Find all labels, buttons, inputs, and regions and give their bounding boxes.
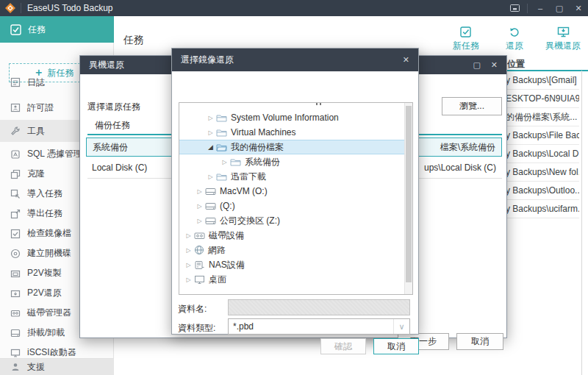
sidebar-item-label: 支援 [27, 361, 45, 374]
chevron-expanded-icon[interactable]: ◢ [206, 143, 215, 151]
content-scrollbar[interactable] [581, 71, 582, 375]
drive-icon [205, 201, 216, 211]
sidebar-item-label: 克隆 [27, 168, 45, 180]
page-title: 任務 [123, 34, 144, 47]
tape-icon [10, 308, 21, 318]
task-row[interactable]: y Backups\Local D... [506, 145, 579, 163]
tree-item-tape-device[interactable]: ▷ 磁帶設備 [179, 228, 404, 243]
backup-task-column-header: 備份任務 [95, 119, 130, 132]
tree-item-label: Virtual Machines [231, 127, 296, 138]
tree-item-drive-macvm[interactable]: ▷ MacVM (O:) [179, 184, 404, 199]
support-person-icon [10, 362, 21, 372]
task-location: ups\Local Disk (C) [424, 162, 496, 173]
toolbar-restore-button[interactable]: 還原 [495, 26, 534, 52]
select-restore-task-label: 選擇還原任務 [87, 101, 140, 113]
file-type-value: *.pbd [233, 321, 254, 332]
tree-item-desktop[interactable]: ▷ 桌面 [179, 272, 404, 287]
tree-item-drive-q[interactable]: ▷ (Q:) [179, 199, 404, 213]
mount-drive-icon [10, 328, 21, 338]
tree-scrollbar-thumb[interactable] [406, 106, 412, 282]
chevron-right-icon[interactable]: ▷ [195, 203, 204, 210]
clone-icon [10, 169, 21, 179]
chevron-right-icon[interactable]: ▷ [195, 218, 204, 224]
tree-item-xunlei-download[interactable]: ▷ 迅雷下載 [179, 169, 404, 184]
task-row[interactable]: y Backups\ucifarm... [506, 200, 579, 218]
task-row[interactable]: y Backups\[Gmail] [506, 71, 579, 90]
task-row[interactable]: ESKTOP-6N9UIA9_... [506, 90, 579, 108]
task-row[interactable]: y Backups\Outloo... [506, 182, 579, 200]
chevron-right-icon[interactable]: ▷ [220, 159, 229, 165]
chevron-right-icon[interactable]: ▷ [184, 276, 193, 283]
folder-icon [216, 113, 227, 123]
sidebar-item-label: SQL 憑據管理 [27, 148, 82, 160]
chevron-right-icon[interactable]: ▷ [206, 174, 215, 180]
sidebar-item-label: iSCSI啟動器 [27, 346, 76, 359]
toolbar-new-task-button[interactable]: 新任務 [447, 26, 485, 52]
file-type-label: 資料類型: [178, 322, 215, 335]
confirm-button[interactable]: 確認 [320, 338, 366, 354]
sidebar-item-tasks[interactable]: 任務 [0, 16, 114, 43]
maximize-button[interactable]: ▢ [550, 0, 569, 16]
import-icon [10, 189, 21, 199]
system-transfer-icon [557, 26, 570, 38]
tree-item-label: MacVM (O:) [220, 186, 268, 196]
file-type-select[interactable]: *.pbd ∨ [228, 318, 410, 335]
cancel-button[interactable]: 取消 [456, 333, 503, 350]
task-name: 系統備份 [93, 141, 128, 154]
task-row[interactable]: 的備份檔案\系統... [506, 108, 579, 126]
task-row[interactable]: y Backups\File Bac... [506, 126, 579, 145]
close-button[interactable]: ✕ [403, 55, 409, 65]
chevron-right-icon[interactable]: ▷ [184, 247, 193, 254]
tray-icon[interactable] [505, 0, 524, 16]
sidebar-item-label: 任務 [28, 24, 46, 36]
chevron-right-icon[interactable]: ▷ [206, 129, 215, 136]
check-image-icon [10, 229, 21, 239]
sidebar-item-label: 檢查鏡像檔 [27, 227, 71, 240]
maximize-button[interactable]: ▢ [473, 60, 480, 70]
close-button[interactable]: ✕ [569, 0, 588, 16]
tree-item-label: 桌面 [209, 274, 226, 286]
tree-item-virtual-machines[interactable]: ▷ Virtual Machines [179, 125, 404, 140]
tree-scrollbar[interactable] [404, 103, 412, 294]
tree-item-system-backup[interactable]: ▷ 系統備份 [179, 154, 404, 169]
tree-item-nas-device[interactable]: ▷ NAS設備 [179, 257, 404, 272]
tree-item-my-backups-selected[interactable]: ◢ 我的備份檔案 [179, 140, 404, 154]
task-location: 檔案\系統備份 [440, 141, 495, 154]
dialog-title: 異機還原 [89, 59, 124, 71]
tree-item-system-volume-information[interactable]: ▷ System Volume Information [179, 110, 404, 125]
dialog-titlebar: 選擇鏡像還原 ✕ [172, 49, 418, 71]
minimize-button[interactable]: – [531, 0, 550, 16]
chevron-right-icon[interactable]: ▷ [184, 232, 193, 239]
browse-button[interactable]: 瀏覽... [442, 97, 502, 115]
sidebar-item-support[interactable]: 支援 [0, 358, 114, 375]
chevron-right-icon[interactable]: ▷ [206, 115, 215, 121]
folder-icon [230, 157, 241, 167]
tree-item-label: NAS設備 [209, 259, 245, 271]
location-column-header: 位置 [507, 58, 525, 71]
cancel-button[interactable]: 取消 [373, 338, 419, 354]
sidebar-item-label: P2V還原 [27, 287, 62, 299]
p2v-restore-icon [10, 288, 21, 299]
toolbar-dissimilar-restore-button[interactable]: 異機還原 [544, 26, 582, 52]
close-button[interactable]: ✕ [491, 60, 498, 70]
chevron-down-icon: ∨ [393, 319, 409, 334]
tree-item-label: 系統備份 [245, 156, 280, 168]
task-row[interactable]: y Backups\New fol... [506, 163, 579, 182]
file-name-input[interactable] [228, 299, 410, 315]
new-task-check-icon [460, 26, 472, 38]
chevron-right-icon[interactable]: ▷ [184, 262, 193, 268]
tree-item-label: System Volume Information [231, 113, 339, 123]
sidebar-item-label: 建立開機碟 [27, 247, 71, 260]
folder-icon [216, 128, 227, 138]
toolbar-button-label: 新任務 [453, 40, 479, 52]
nas-icon [194, 260, 205, 270]
chevron-right-icon[interactable]: ▷ [195, 188, 204, 195]
tree-item-drive-exchange-z[interactable]: ▷ 公司交換区 (Z:) [179, 213, 404, 228]
folder-icon [216, 172, 227, 182]
titlebar-separator [527, 4, 528, 13]
toolbar-button-label: 異機還原 [545, 40, 581, 52]
clipped-tree-item [316, 103, 321, 105]
tree-item-label: 我的備份檔案 [231, 141, 284, 154]
titlebar-separator [21, 3, 21, 13]
tree-item-network[interactable]: ▷ 網路 [179, 243, 404, 257]
